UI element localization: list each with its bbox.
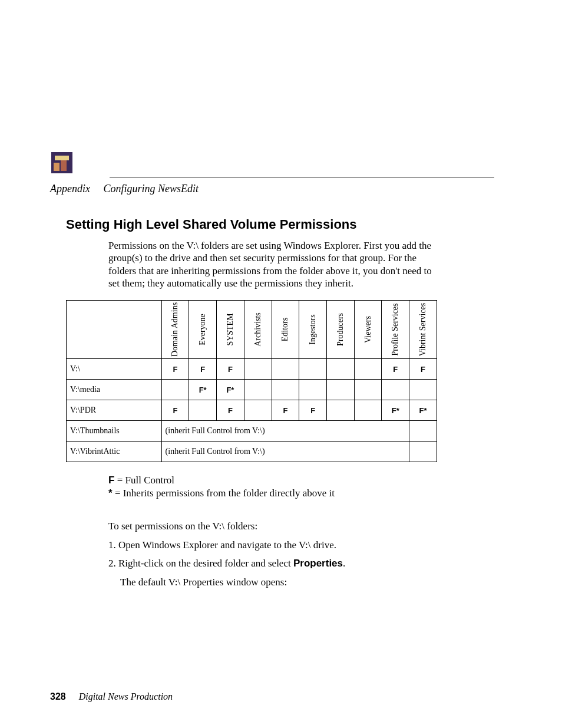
step-2: 2. Right-click on the desired folder and… [108, 556, 490, 571]
steps-block: To set permissions on the V:\ folders: 1… [108, 519, 490, 589]
cell [189, 400, 217, 421]
cell [244, 359, 272, 380]
cell [326, 359, 354, 380]
running-header: Appendix Configuring NewsEdit [50, 183, 199, 195]
cell: F [217, 359, 244, 380]
cell: F* [409, 400, 437, 421]
book-logo-icon [50, 151, 74, 174]
legend-line-star: * = Inherits permissions from the folder… [108, 487, 490, 500]
cell [409, 442, 437, 462]
blank-header [67, 301, 162, 359]
cell [326, 380, 354, 400]
table-row: V:\ F F F F F [67, 359, 437, 380]
legend-f-text: = Full Control [114, 475, 174, 486]
col-viewers: Viewers [354, 301, 382, 359]
cell [161, 380, 189, 400]
table-row: V:\Thumbnails (inherit Full Control from… [67, 421, 437, 442]
col-system: SYSTEM [217, 301, 244, 359]
chapter-title: Configuring NewsEdit [103, 183, 199, 195]
cell: F* [217, 380, 244, 400]
cell: F [382, 359, 409, 380]
cell: F [161, 400, 189, 421]
cell [382, 380, 409, 400]
row-label: V:\VibrintAttic [67, 442, 162, 462]
cell [299, 359, 327, 380]
cell [409, 421, 437, 442]
cell [244, 400, 272, 421]
step-2-pre: 2. Right-click on the desired folder and… [108, 558, 293, 569]
col-producers: Producers [326, 301, 354, 359]
inherit-cell: (inherit Full Control from V:\) [161, 442, 409, 462]
cell [272, 359, 299, 380]
cell [299, 380, 327, 400]
svg-rect-1 [54, 163, 59, 171]
cell [354, 380, 382, 400]
row-label: V:\ [67, 359, 162, 380]
legend-line-f: F = Full Control [108, 474, 490, 487]
table-row: V:\VibrintAttic (inherit Full Control fr… [67, 442, 437, 462]
page-footer: 328 Digital News Production [50, 691, 173, 702]
col-archivists: Archivists [244, 301, 272, 359]
cell [272, 380, 299, 400]
legend-f-symbol: F [108, 475, 114, 486]
col-ingestors: Ingestors [299, 301, 327, 359]
cell: F [299, 400, 327, 421]
legend-star-text: = Inherits permissions from the folder d… [113, 487, 335, 499]
section-heading: Setting High Level Shared Volume Permiss… [66, 217, 490, 232]
legend-star-symbol: * [108, 487, 113, 499]
cell: F [272, 400, 299, 421]
cell [354, 359, 382, 380]
col-editors: Editors [272, 301, 299, 359]
permissions-table: Domain Admins Everyone SYSTEM Archivists… [66, 300, 437, 462]
cell: F [409, 359, 437, 380]
row-label: V:\PDR [67, 400, 162, 421]
step-2-result: The default V:\ Properties window opens: [120, 575, 490, 590]
table-row: V:\PDR F F F F F* F* [67, 400, 437, 421]
header-rule [110, 177, 494, 177]
col-profile-services: Profile Services [382, 301, 409, 359]
col-domain-admins: Domain Admins [161, 301, 189, 359]
steps-intro: To set permissions on the V:\ folders: [108, 519, 490, 534]
book-title: Digital News Production [79, 691, 173, 701]
row-label: V:\media [67, 380, 162, 400]
cell [354, 400, 382, 421]
appendix-label: Appendix [50, 183, 90, 195]
intro-paragraph: Permissions on the V:\ folders are set u… [108, 239, 438, 289]
cell: F [189, 359, 217, 380]
cell [409, 380, 437, 400]
page-number: 328 [50, 691, 66, 701]
col-vibrint-services: Vibrint Services [409, 301, 437, 359]
inherit-cell: (inherit Full Control from V:\) [161, 421, 409, 442]
svg-rect-2 [61, 160, 67, 171]
cell: F [217, 400, 244, 421]
col-everyone: Everyone [189, 301, 217, 359]
step-1: 1. Open Windows Explorer and navigate to… [108, 538, 490, 553]
cell: F* [382, 400, 409, 421]
cell: F [161, 359, 189, 380]
table-row: V:\media F* F* [67, 380, 437, 400]
cell: F* [189, 380, 217, 400]
step-2-post: . [343, 558, 345, 569]
row-label: V:\Thumbnails [67, 421, 162, 442]
legend: F = Full Control * = Inherits permission… [108, 474, 490, 500]
svg-rect-3 [55, 156, 69, 160]
step-2-bold: Properties [293, 558, 343, 569]
cell [244, 380, 272, 400]
cell [326, 400, 354, 421]
table-header-row: Domain Admins Everyone SYSTEM Archivists… [67, 301, 437, 359]
